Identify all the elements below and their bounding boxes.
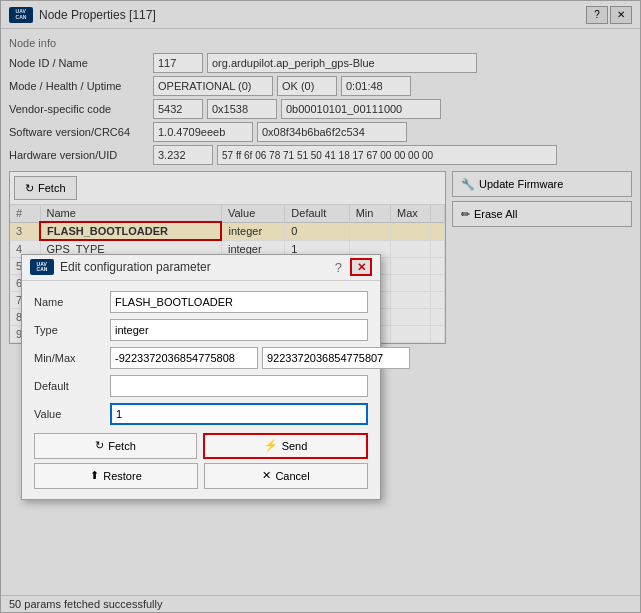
modal-title-text: Edit configuration parameter bbox=[60, 260, 211, 274]
modal-name-label: Name bbox=[34, 296, 104, 308]
modal-buttons-row1: ↻ Fetch ⚡ Send bbox=[34, 433, 368, 459]
modal-body: Name Type Min/Max D bbox=[22, 281, 380, 499]
modal-close-button[interactable]: ✕ bbox=[350, 258, 372, 276]
modal-type-input[interactable] bbox=[110, 319, 368, 341]
modal-help-button[interactable]: ? bbox=[335, 260, 342, 275]
modal-default-input[interactable] bbox=[110, 375, 368, 397]
modal-default-label: Default bbox=[34, 380, 104, 392]
modal-type-row: Type bbox=[34, 319, 368, 341]
cancel-button[interactable]: ✕ Cancel bbox=[204, 463, 368, 489]
modal-value-input[interactable] bbox=[110, 403, 368, 425]
modal-max-input[interactable] bbox=[262, 347, 410, 369]
modal-overlay: UAVCAN Edit configuration parameter ? ✕ … bbox=[1, 1, 640, 612]
modal-type-label: Type bbox=[34, 324, 104, 336]
modal-minmax-label: Min/Max bbox=[34, 352, 104, 364]
modal-title-right: ? ✕ bbox=[335, 258, 372, 276]
modal-title-left: UAVCAN Edit configuration parameter bbox=[30, 259, 211, 275]
modal-default-row: Default bbox=[34, 375, 368, 397]
modal-name-input[interactable] bbox=[110, 291, 368, 313]
send-button[interactable]: ⚡ Send bbox=[203, 433, 368, 459]
fetch-label: Fetch bbox=[108, 440, 136, 452]
fetch-icon: ↻ bbox=[95, 439, 104, 452]
modal-value-label: Value bbox=[34, 408, 104, 420]
modal-name-row: Name bbox=[34, 291, 368, 313]
cancel-icon: ✕ bbox=[262, 469, 271, 482]
modal-uavcan-logo: UAVCAN bbox=[30, 259, 54, 275]
send-icon: ⚡ bbox=[264, 439, 278, 452]
send-label: Send bbox=[282, 440, 308, 452]
modal-min-input[interactable] bbox=[110, 347, 258, 369]
restore-label: Restore bbox=[103, 470, 142, 482]
modal-title-bar: UAVCAN Edit configuration parameter ? ✕ bbox=[22, 255, 380, 281]
modal-dialog: UAVCAN Edit configuration parameter ? ✕ … bbox=[21, 254, 381, 500]
fetch-button[interactable]: ↻ Fetch bbox=[34, 433, 197, 459]
main-window: UAVCAN Node Properties [117] ? ✕ Node in… bbox=[0, 0, 641, 613]
modal-buttons-row2: ⬆ Restore ✕ Cancel bbox=[34, 463, 368, 489]
cancel-label: Cancel bbox=[275, 470, 309, 482]
modal-value-row: Value bbox=[34, 403, 368, 425]
modal-minmax-split bbox=[110, 347, 410, 369]
restore-button[interactable]: ⬆ Restore bbox=[34, 463, 198, 489]
restore-icon: ⬆ bbox=[90, 469, 99, 482]
modal-minmax-row: Min/Max bbox=[34, 347, 368, 369]
